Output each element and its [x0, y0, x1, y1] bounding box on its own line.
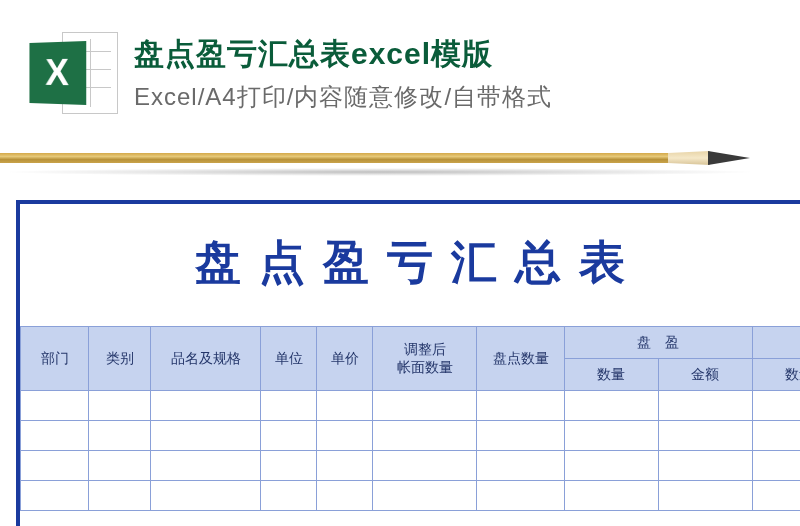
title-block: 盘点盈亏汇总表excel模版 Excel/A4打印/内容随意修改/自带格式	[134, 28, 552, 113]
col-adjusted-qty: 调整后 帐面数量	[373, 327, 477, 391]
adjusted-line2: 帐面数量	[397, 359, 453, 375]
col-surplus-group: 盘 盈	[565, 327, 753, 359]
table-row	[21, 421, 801, 451]
table-row	[21, 391, 801, 421]
col-surplus-qty: 数量	[565, 359, 659, 391]
table-row	[21, 451, 801, 481]
col-deficit-qty: 数量	[752, 359, 800, 391]
col-surplus-amount: 金额	[658, 359, 752, 391]
table-row	[21, 481, 801, 511]
summary-table: 部门 类别 品名及规格 单位 单价 调整后 帐面数量 盘点数量 盘 盈 盘 数量…	[20, 326, 800, 511]
adjusted-line1: 调整后	[404, 341, 446, 357]
pencil-shadow	[0, 168, 760, 176]
col-count-qty: 盘点数量	[477, 327, 565, 391]
sheet-title: 盘点盈亏汇总表	[20, 204, 800, 326]
excel-x-letter: X	[45, 52, 68, 95]
spreadsheet-preview: 盘点盈亏汇总表 部门 类别 品名及规格 单位 单价 调整后 帐面数量 盘点数量 …	[16, 200, 800, 526]
col-deficit-group: 盘	[752, 327, 800, 359]
col-unit: 单位	[261, 327, 317, 391]
col-dept: 部门	[21, 327, 89, 391]
header-section: X 盘点盈亏汇总表excel模版 Excel/A4打印/内容随意修改/自带格式	[0, 0, 800, 118]
col-price: 单价	[317, 327, 373, 391]
page-subtitle: Excel/A4打印/内容随意修改/自带格式	[134, 81, 552, 113]
col-category: 类别	[89, 327, 151, 391]
page-title: 盘点盈亏汇总表excel模版	[134, 34, 552, 75]
excel-file-icon: X	[28, 28, 118, 118]
col-name-spec: 品名及规格	[151, 327, 261, 391]
pencil-divider	[0, 148, 800, 168]
